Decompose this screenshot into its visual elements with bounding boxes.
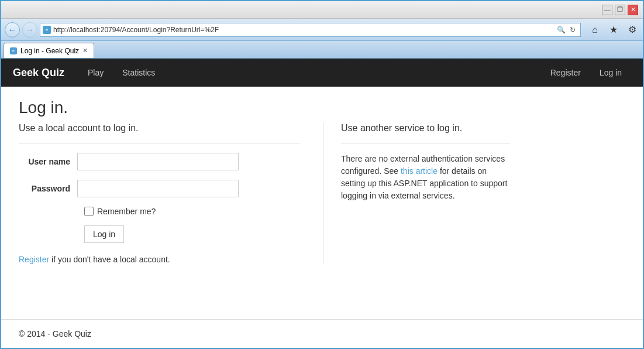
remember-me-label: Remember me? (97, 207, 156, 216)
close-button[interactable]: ✕ (628, 5, 638, 15)
restore-button[interactable]: ❐ (615, 5, 625, 15)
password-group: Password (19, 180, 299, 197)
main-container: Log in. Use a local account to log in. U… (1, 87, 621, 319)
refresh-button[interactable]: ↻ (567, 25, 578, 35)
browser-window: — ❐ ✕ ← → e http://localhost:20794/Accou… (0, 0, 644, 349)
active-tab[interactable]: e Log in - Geek Quiz ✕ (4, 43, 94, 58)
username-group: User name (19, 153, 299, 170)
nav-login-link[interactable]: Log in (590, 60, 631, 85)
register-text: Register if you don't have a local accou… (19, 255, 299, 264)
external-article-link[interactable]: this article (401, 166, 438, 176)
browser-toolbar: ← → e http://localhost:20794/Account/Log… (1, 19, 643, 41)
left-column: Use a local account to log in. User name… (19, 123, 299, 264)
username-input[interactable] (77, 153, 239, 170)
app-navbar: Geek Quiz Play Statistics Register Log i… (1, 59, 643, 87)
tab-title: Log in - Geek Quiz (20, 47, 79, 55)
login-button[interactable]: Log in (84, 225, 124, 243)
external-section-title: Use another service to log in. (341, 123, 510, 134)
remember-me-checkbox[interactable] (84, 207, 94, 216)
brand-link[interactable]: Geek Quiz (13, 67, 64, 79)
favorites-button[interactable]: ★ (607, 23, 621, 37)
username-label: User name (19, 157, 77, 166)
remember-me-group: Remember me? (84, 207, 299, 216)
tab-close-button[interactable]: ✕ (82, 47, 88, 54)
settings-button[interactable]: ⚙ (625, 23, 639, 37)
submit-group: Log in (84, 225, 299, 243)
back-button[interactable]: ← (5, 22, 20, 37)
home-button[interactable]: ⌂ (588, 23, 602, 37)
nav-play-link[interactable]: Play (78, 60, 113, 85)
minimize-button[interactable]: — (602, 5, 612, 15)
local-section-title: Use a local account to log in. (19, 123, 299, 134)
page-content: Geek Quiz Play Statistics Register Log i… (1, 59, 643, 348)
right-column: Use another service to log in. There are… (323, 123, 510, 264)
search-button[interactable]: 🔍 (556, 25, 566, 35)
address-icons: 🔍 ↻ (556, 25, 578, 35)
register-suffix: if you don't have a local account. (51, 255, 170, 264)
left-divider (19, 143, 299, 143)
url-text: http://localhost:20794/Account/Login?Ret… (53, 26, 553, 34)
tab-bar: e Log in - Geek Quiz ✕ (1, 41, 643, 59)
external-services-text: There are no external authentication ser… (341, 153, 510, 202)
address-bar[interactable]: e http://localhost:20794/Account/Login?R… (40, 23, 581, 37)
nav-statistics-link[interactable]: Statistics (113, 60, 164, 85)
nav-links: Play Statistics (78, 60, 164, 85)
title-bar: — ❐ ✕ (1, 1, 643, 19)
right-divider (341, 143, 510, 143)
footer-text: © 2014 - Geek Quiz (19, 329, 91, 338)
page-title: Log in. (19, 98, 604, 117)
title-bar-controls: — ❐ ✕ (602, 5, 638, 15)
page-footer: © 2014 - Geek Quiz (1, 319, 643, 348)
nav-right: Register Log in (541, 60, 631, 85)
two-column-layout: Use a local account to log in. User name… (19, 123, 604, 264)
address-favicon: e (43, 26, 51, 34)
nav-register-link[interactable]: Register (541, 60, 590, 85)
password-input[interactable] (77, 180, 239, 197)
register-link[interactable]: Register (19, 255, 49, 264)
tab-favicon: e (10, 47, 17, 54)
toolbar-right: ⌂ ★ ⚙ (588, 23, 639, 37)
forward-button[interactable]: → (22, 22, 37, 37)
password-label: Password (19, 184, 77, 193)
